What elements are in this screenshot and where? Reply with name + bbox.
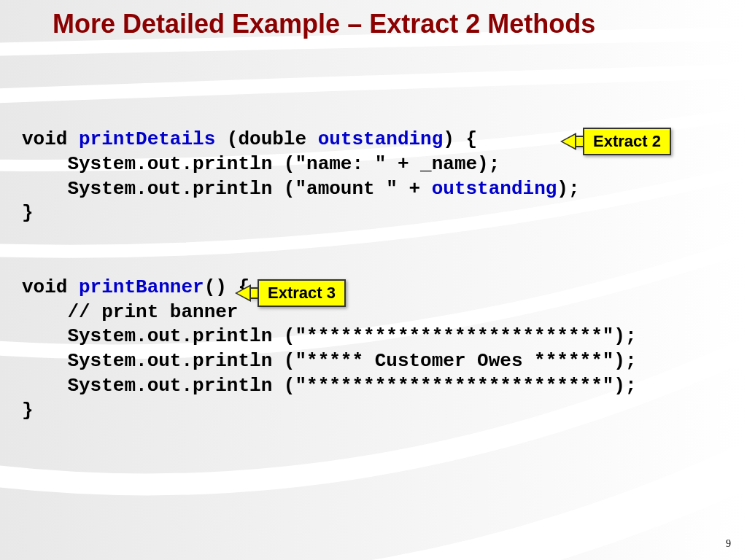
code-text: (double [227,128,318,150]
code-line: } [22,202,34,224]
code-text: void [22,128,79,150]
callout-label: Extract 2 [583,128,671,155]
slide-title: More Detailed Example – Extract 2 Method… [53,9,718,39]
param-name: outstanding [318,128,444,150]
code-text: System.out.println ("amount " + [22,178,432,200]
code-line: System.out.println ("*******************… [22,375,637,397]
code-line: System.out.println ("***** Customer Owes… [22,350,637,372]
code-block: void printDetails (double outstanding) {… [22,128,637,424]
arrow-left-icon [560,133,576,150]
callout-extract-2: Extract 2 [560,128,671,155]
code-line: } [22,400,34,421]
callout-label: Extract 3 [258,279,346,307]
arrow-left-icon [235,284,251,302]
var-ref: outstanding [432,178,557,200]
code-line: // print banner [22,301,238,323]
code-line: System.out.println ("*******************… [22,325,637,347]
slide: More Detailed Example – Extract 2 Method… [0,0,747,560]
code-text: ) { [443,128,477,150]
page-number: 9 [726,538,731,550]
code-text: ); [557,178,579,200]
code-text: void [22,276,79,298]
method-name: printBanner [79,276,204,298]
code-line: System.out.println ("name: " + _name); [22,153,500,175]
callout-extract-3: Extract 3 [235,280,346,306]
method-name: printDetails [79,128,227,150]
